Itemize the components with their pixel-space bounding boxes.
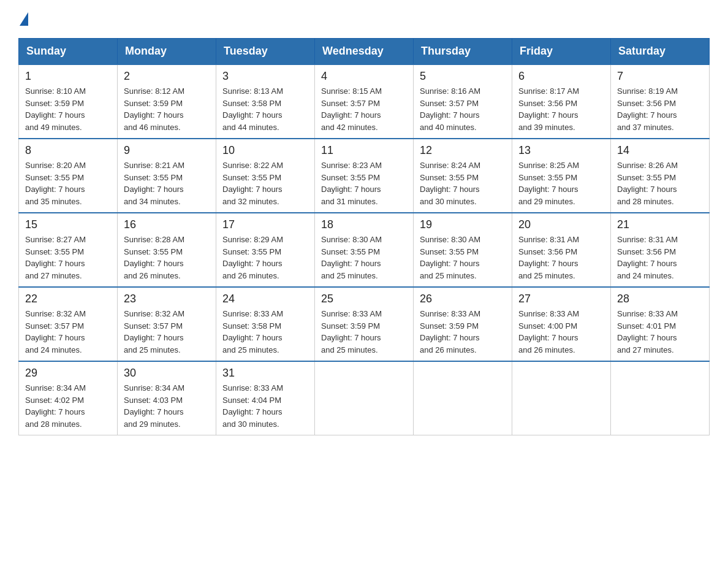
day-info: Sunrise: 8:16 AMSunset: 3:57 PMDaylight:… bbox=[420, 85, 506, 133]
day-info: Sunrise: 8:19 AMSunset: 3:56 PMDaylight:… bbox=[617, 85, 703, 133]
day-cell-20: 20Sunrise: 8:31 AMSunset: 3:56 PMDayligh… bbox=[512, 213, 611, 287]
day-cell-10: 10Sunrise: 8:22 AMSunset: 3:55 PMDayligh… bbox=[216, 139, 315, 213]
day-cell-23: 23Sunrise: 8:32 AMSunset: 3:57 PMDayligh… bbox=[118, 287, 216, 361]
day-cell-22: 22Sunrise: 8:32 AMSunset: 3:57 PMDayligh… bbox=[19, 287, 118, 361]
day-cell-14: 14Sunrise: 8:26 AMSunset: 3:55 PMDayligh… bbox=[611, 139, 710, 213]
day-info: Sunrise: 8:33 AMSunset: 3:59 PMDaylight:… bbox=[321, 308, 407, 356]
week-row-2: 8Sunrise: 8:20 AMSunset: 3:55 PMDaylight… bbox=[19, 139, 710, 213]
day-info: Sunrise: 8:21 AMSunset: 3:55 PMDaylight:… bbox=[124, 159, 210, 207]
column-header-saturday: Saturday bbox=[611, 39, 710, 65]
day-info: Sunrise: 8:22 AMSunset: 3:55 PMDaylight:… bbox=[222, 159, 308, 207]
day-cell-9: 9Sunrise: 8:21 AMSunset: 3:55 PMDaylight… bbox=[118, 139, 216, 213]
calendar-header-row: SundayMondayTuesdayWednesdayThursdayFrid… bbox=[19, 39, 710, 65]
day-number: 19 bbox=[420, 218, 506, 231]
day-info: Sunrise: 8:27 AMSunset: 3:55 PMDaylight:… bbox=[25, 234, 111, 282]
column-header-friday: Friday bbox=[512, 39, 611, 65]
day-info: Sunrise: 8:17 AMSunset: 3:56 PMDaylight:… bbox=[518, 85, 604, 133]
day-cell-30: 30Sunrise: 8:34 AMSunset: 4:03 PMDayligh… bbox=[118, 361, 216, 435]
day-cell-27: 27Sunrise: 8:33 AMSunset: 4:00 PMDayligh… bbox=[512, 287, 611, 361]
day-number: 21 bbox=[617, 218, 703, 231]
week-row-3: 15Sunrise: 8:27 AMSunset: 3:55 PMDayligh… bbox=[19, 213, 710, 287]
day-info: Sunrise: 8:24 AMSunset: 3:55 PMDaylight:… bbox=[420, 159, 506, 207]
day-cell-17: 17Sunrise: 8:29 AMSunset: 3:55 PMDayligh… bbox=[216, 213, 315, 287]
day-number: 28 bbox=[617, 293, 703, 305]
day-number: 3 bbox=[222, 70, 308, 83]
day-number: 26 bbox=[420, 293, 506, 305]
day-cell-18: 18Sunrise: 8:30 AMSunset: 3:55 PMDayligh… bbox=[315, 213, 414, 287]
day-info: Sunrise: 8:25 AMSunset: 3:55 PMDaylight:… bbox=[518, 159, 604, 207]
day-cell-8: 8Sunrise: 8:20 AMSunset: 3:55 PMDaylight… bbox=[19, 139, 118, 213]
column-header-sunday: Sunday bbox=[19, 39, 118, 65]
day-cell-24: 24Sunrise: 8:33 AMSunset: 3:58 PMDayligh… bbox=[216, 287, 315, 361]
day-info: Sunrise: 8:28 AMSunset: 3:55 PMDaylight:… bbox=[124, 234, 210, 282]
day-info: Sunrise: 8:15 AMSunset: 3:57 PMDaylight:… bbox=[321, 85, 407, 133]
day-info: Sunrise: 8:34 AMSunset: 4:03 PMDaylight:… bbox=[124, 382, 210, 430]
column-header-thursday: Thursday bbox=[414, 39, 512, 65]
day-number: 10 bbox=[222, 144, 308, 157]
logo bbox=[18, 12, 29, 26]
day-info: Sunrise: 8:29 AMSunset: 3:55 PMDaylight:… bbox=[222, 234, 308, 282]
day-info: Sunrise: 8:33 AMSunset: 4:04 PMDaylight:… bbox=[222, 382, 308, 430]
day-cell-31: 31Sunrise: 8:33 AMSunset: 4:04 PMDayligh… bbox=[216, 361, 315, 435]
day-info: Sunrise: 8:30 AMSunset: 3:55 PMDaylight:… bbox=[321, 234, 407, 282]
day-number: 24 bbox=[222, 293, 308, 305]
day-cell-25: 25Sunrise: 8:33 AMSunset: 3:59 PMDayligh… bbox=[315, 287, 414, 361]
column-header-tuesday: Tuesday bbox=[216, 39, 315, 65]
day-number: 8 bbox=[25, 144, 111, 157]
column-header-monday: Monday bbox=[118, 39, 216, 65]
day-info: Sunrise: 8:20 AMSunset: 3:55 PMDaylight:… bbox=[25, 159, 111, 207]
day-cell-6: 6Sunrise: 8:17 AMSunset: 3:56 PMDaylight… bbox=[512, 64, 611, 139]
day-cell-7: 7Sunrise: 8:19 AMSunset: 3:56 PMDaylight… bbox=[611, 64, 710, 139]
day-number: 15 bbox=[25, 218, 111, 231]
day-number: 11 bbox=[321, 144, 407, 157]
day-info: Sunrise: 8:33 AMSunset: 4:01 PMDaylight:… bbox=[617, 308, 703, 356]
day-number: 22 bbox=[25, 293, 111, 305]
day-info: Sunrise: 8:31 AMSunset: 3:56 PMDaylight:… bbox=[518, 234, 604, 282]
day-cell-28: 28Sunrise: 8:33 AMSunset: 4:01 PMDayligh… bbox=[611, 287, 710, 361]
day-number: 16 bbox=[124, 218, 210, 231]
day-cell-3: 3Sunrise: 8:13 AMSunset: 3:58 PMDaylight… bbox=[216, 64, 315, 139]
day-cell-19: 19Sunrise: 8:30 AMSunset: 3:55 PMDayligh… bbox=[414, 213, 512, 287]
day-info: Sunrise: 8:26 AMSunset: 3:55 PMDaylight:… bbox=[617, 159, 703, 207]
empty-cell bbox=[414, 361, 512, 435]
day-info: Sunrise: 8:32 AMSunset: 3:57 PMDaylight:… bbox=[124, 308, 210, 356]
day-cell-4: 4Sunrise: 8:15 AMSunset: 3:57 PMDaylight… bbox=[315, 64, 414, 139]
day-cell-5: 5Sunrise: 8:16 AMSunset: 3:57 PMDaylight… bbox=[414, 64, 512, 139]
day-info: Sunrise: 8:10 AMSunset: 3:59 PMDaylight:… bbox=[25, 85, 111, 133]
day-info: Sunrise: 8:33 AMSunset: 3:59 PMDaylight:… bbox=[420, 308, 506, 356]
column-header-wednesday: Wednesday bbox=[315, 39, 414, 65]
day-number: 12 bbox=[420, 144, 506, 157]
day-number: 29 bbox=[25, 367, 111, 380]
day-number: 9 bbox=[124, 144, 210, 157]
day-number: 27 bbox=[518, 293, 604, 305]
day-info: Sunrise: 8:33 AMSunset: 4:00 PMDaylight:… bbox=[518, 308, 604, 356]
day-number: 18 bbox=[321, 218, 407, 231]
day-info: Sunrise: 8:34 AMSunset: 4:02 PMDaylight:… bbox=[25, 382, 111, 430]
day-cell-12: 12Sunrise: 8:24 AMSunset: 3:55 PMDayligh… bbox=[414, 139, 512, 213]
week-row-4: 22Sunrise: 8:32 AMSunset: 3:57 PMDayligh… bbox=[19, 287, 710, 361]
calendar-table: SundayMondayTuesdayWednesdayThursdayFrid… bbox=[18, 38, 710, 435]
day-number: 31 bbox=[222, 367, 308, 380]
day-cell-15: 15Sunrise: 8:27 AMSunset: 3:55 PMDayligh… bbox=[19, 213, 118, 287]
day-cell-21: 21Sunrise: 8:31 AMSunset: 3:56 PMDayligh… bbox=[611, 213, 710, 287]
day-number: 23 bbox=[124, 293, 210, 305]
day-info: Sunrise: 8:33 AMSunset: 3:58 PMDaylight:… bbox=[222, 308, 308, 356]
day-info: Sunrise: 8:23 AMSunset: 3:55 PMDaylight:… bbox=[321, 159, 407, 207]
day-number: 17 bbox=[222, 218, 308, 231]
day-number: 20 bbox=[518, 218, 604, 231]
day-cell-26: 26Sunrise: 8:33 AMSunset: 3:59 PMDayligh… bbox=[414, 287, 512, 361]
day-cell-29: 29Sunrise: 8:34 AMSunset: 4:02 PMDayligh… bbox=[19, 361, 118, 435]
day-cell-2: 2Sunrise: 8:12 AMSunset: 3:59 PMDaylight… bbox=[118, 64, 216, 139]
day-number: 7 bbox=[617, 70, 703, 83]
day-number: 4 bbox=[321, 70, 407, 83]
day-info: Sunrise: 8:30 AMSunset: 3:55 PMDaylight:… bbox=[420, 234, 506, 282]
day-number: 1 bbox=[25, 70, 111, 83]
day-cell-16: 16Sunrise: 8:28 AMSunset: 3:55 PMDayligh… bbox=[118, 213, 216, 287]
day-info: Sunrise: 8:12 AMSunset: 3:59 PMDaylight:… bbox=[124, 85, 210, 133]
day-cell-13: 13Sunrise: 8:25 AMSunset: 3:55 PMDayligh… bbox=[512, 139, 611, 213]
empty-cell bbox=[611, 361, 710, 435]
day-info: Sunrise: 8:13 AMSunset: 3:58 PMDaylight:… bbox=[222, 85, 308, 133]
week-row-5: 29Sunrise: 8:34 AMSunset: 4:02 PMDayligh… bbox=[19, 361, 710, 435]
day-number: 14 bbox=[617, 144, 703, 157]
day-cell-11: 11Sunrise: 8:23 AMSunset: 3:55 PMDayligh… bbox=[315, 139, 414, 213]
